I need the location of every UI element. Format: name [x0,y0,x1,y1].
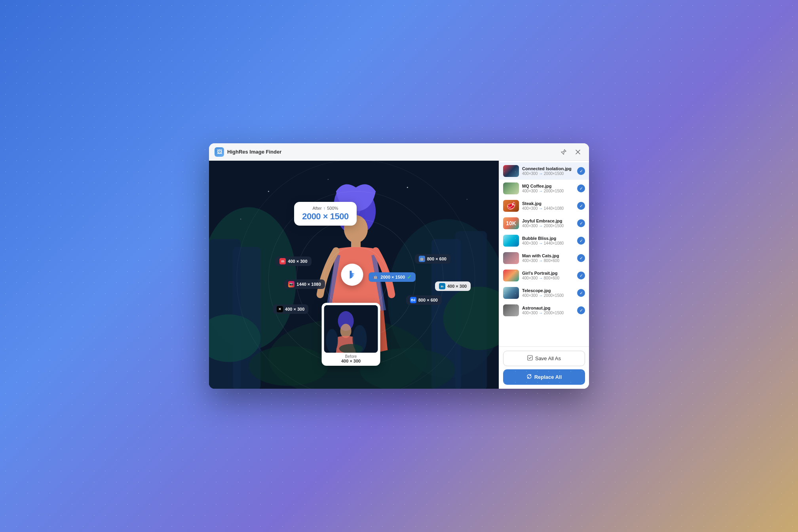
badge-x: ✕ 400 × 300 [273,304,308,314]
after-percent: 500% [327,206,338,211]
file-item[interactable]: Girl's Portrait.jpg 400×300 → 800×600 ✓ [499,267,589,284]
svg-point-30 [326,329,338,353]
after-label: After ↑ 500% [302,206,348,211]
file-name: Girl's Portrait.jpg [522,271,574,276]
file-item[interactable]: Telescope.jpg 400×300 → 2000×1500 ✓ [499,284,589,302]
file-sizes: 400×300 → 800×600 [522,258,574,263]
replace-all-button[interactable]: Replace All [503,369,585,385]
file-item[interactable]: Bubble Bliss.jpg 400×300 → 1440×1080 ✓ [499,232,589,249]
svg-point-10 [249,346,328,386]
file-check[interactable]: ✓ [577,306,585,314]
badge-bing-result: 🤖 2000 × 1500 ✓ [369,272,416,282]
file-sizes: 400×300 → 2000×1500 [522,224,574,228]
file-name: Connected Isolation.jpg [522,166,574,171]
svg-rect-33 [528,355,532,360]
file-check[interactable]: ✓ [577,202,585,210]
file-name: Man with Cats.jpg [522,253,574,258]
file-check[interactable]: ✓ [577,237,585,245]
file-sizes: 400×300 → 1440×1080 [522,206,574,211]
before-size: 400 × 300 [324,359,378,363]
file-thumb [503,182,519,194]
file-sizes: 400×300 → 800×600 [522,276,574,280]
file-thumb [503,287,519,299]
file-name: Steak.jpg [522,201,574,206]
before-card: Before 400 × 300 [322,303,380,366]
before-thumb-svg [324,305,378,353]
file-check[interactable]: ✓ [577,272,585,279]
svg-point-15 [467,199,467,200]
before-thumb [324,305,378,353]
titlebar: 🖼 HighRes Image Finder [209,143,589,161]
file-thumb [503,270,519,281]
save-all-label: Save All As [535,355,561,361]
file-info: Girl's Portrait.jpg 400×300 → 800×600 [522,271,574,280]
file-sizes: 400×300 → 2000×1500 [522,189,574,193]
badge-instagram: 📷 1440 × 1080 [284,279,325,289]
badge-top-right-icon: 🤖 [419,256,425,262]
svg-point-12 [268,191,269,192]
close-button[interactable] [572,146,583,158]
file-list[interactable]: Connected Isolation.jpg 400×300 → 2000×1… [499,161,589,346]
file-item[interactable]: Man with Cats.jpg 400×300 → 800×600 ✓ [499,249,589,267]
file-check[interactable]: ✓ [577,167,585,175]
file-info: Astronaut.jpg 400×300 → 2000×1500 [522,306,574,315]
file-thumb [503,304,519,316]
check-icon: ✓ [407,274,412,280]
file-thumb: 🥩 [503,200,519,212]
file-sizes: 400×300 → 1440×1080 [522,241,574,245]
badge-top-right: 🤖 800 × 600 [415,254,450,264]
badge-be-icon: Bé [410,297,416,303]
file-check[interactable]: ✓ [577,289,585,297]
after-arrow: ↑ [323,206,326,211]
window-controls [558,146,583,158]
badge-be: Bé 800 × 600 [406,295,442,305]
file-item[interactable]: 10K Joyful Embrace.jpg 400×300 → 2000×15… [499,215,589,232]
file-check[interactable]: ✓ [577,184,585,192]
file-thumb: 10K [503,217,519,229]
pin-button[interactable] [558,146,569,158]
sidebar-actions: Save All As Replace All [499,346,589,389]
file-thumb [503,235,519,247]
file-info: Steak.jpg 400×300 → 1440×1080 [522,201,574,211]
save-all-icon [527,355,533,362]
before-label: Before [324,354,378,359]
replace-all-label: Replace All [534,374,562,380]
svg-point-16 [240,219,241,220]
app-window: 🖼 HighRes Image Finder [209,143,589,389]
badge-red: m 400 × 300 [276,256,311,266]
main-image: After ↑ 500% 2000 × 1500 m [209,161,499,389]
file-item[interactable]: MQ Coffee.jpg 400×300 → 2000×1500 ✓ [499,180,589,197]
file-check[interactable]: ✓ [577,219,585,227]
file-info: Bubble Bliss.jpg 400×300 → 1440×1080 [522,236,574,245]
image-preview-area: After ↑ 500% 2000 × 1500 m [209,161,499,389]
file-check[interactable]: ✓ [577,254,585,262]
file-name: MQ Coffee.jpg [522,184,574,188]
file-item[interactable]: Astronaut.jpg 400×300 → 2000×1500 ✓ [499,302,589,319]
file-info: Telescope.jpg 400×300 → 2000×1500 [522,288,574,298]
file-item[interactable]: Connected Isolation.jpg 400×300 → 2000×1… [499,162,589,180]
file-thumb [503,165,519,177]
file-name: Telescope.jpg [522,288,574,293]
file-info: MQ Coffee.jpg 400×300 → 2000×1500 [522,184,574,193]
save-all-button[interactable]: Save All As [503,351,585,366]
sidebar: Connected Isolation.jpg 400×300 → 2000×1… [499,161,589,389]
badge-x-icon: ✕ [277,306,283,312]
file-name: Joyful Embrace.jpg [522,218,574,223]
replace-all-icon [526,374,532,380]
app-icon: 🖼 [215,147,224,157]
file-item[interactable]: 🥩 Steak.jpg 400×300 → 1440×1080 ✓ [499,197,589,215]
file-thumb [503,252,519,264]
file-info: Joyful Embrace.jpg 400×300 → 2000×1500 [522,218,574,228]
file-name: Bubble Bliss.jpg [522,236,574,241]
file-info: Connected Isolation.jpg 400×300 → 2000×1… [522,166,574,176]
after-size: 2000 × 1500 [302,211,348,222]
svg-point-13 [328,179,329,180]
app-title: HighRes Image Finder [227,149,558,155]
after-badge: After ↑ 500% 2000 × 1500 [294,202,356,226]
file-sizes: 400×300 → 2000×1500 [522,171,574,176]
file-name: Astronaut.jpg [522,306,574,310]
badge-instagram-icon: 📷 [288,281,294,287]
badge-bing-result-icon: 🤖 [372,274,379,280]
file-sizes: 400×300 → 2000×1500 [522,311,574,315]
file-info: Man with Cats.jpg 400×300 → 800×600 [522,253,574,263]
